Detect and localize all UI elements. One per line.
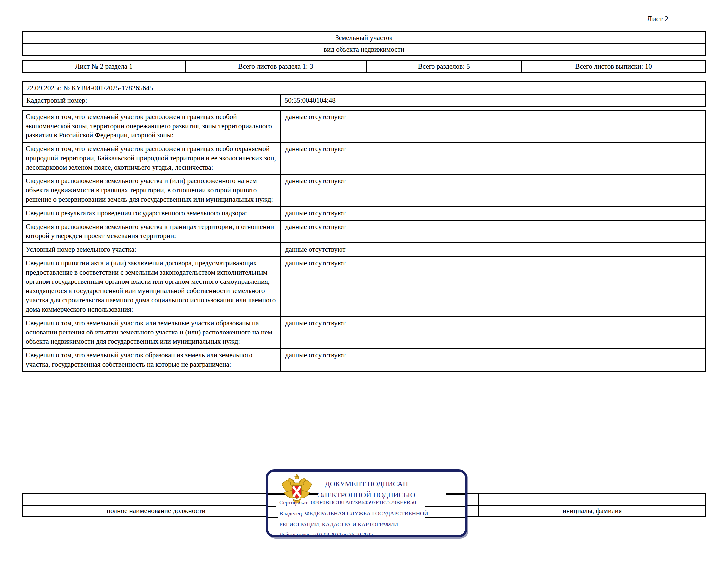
sheet-info-table: Лист № 2 раздела 1 Всего листов раздела …: [22, 60, 706, 73]
detail-value: данные отсутствуют: [281, 174, 705, 207]
detail-value: данные отсутствуют: [281, 142, 705, 174]
table-row: Сведения о расположении земельного участ…: [23, 220, 705, 243]
stamp-owner-line1: Владелец: ФЕДЕРАЛЬНАЯ СЛУЖБА ГОСУДАРСТВЕ…: [279, 510, 428, 517]
detail-value: данные отсутствуют: [281, 110, 705, 142]
detail-label: Сведения о том, что земельный участок об…: [23, 349, 281, 372]
table-row: 22.09.2025г. № КУВИ-001/2025-178265645: [23, 82, 705, 94]
stamp-certificate: Сертификат: 009F0BDC181A023B64597F1E2579…: [279, 499, 416, 506]
detail-label: Сведения о том, что земельный участок ил…: [23, 317, 281, 349]
table-row: Кадастровый номер: 50:35:0040104:48: [23, 94, 705, 107]
object-type-caption: вид объекта недвижимости: [23, 44, 705, 55]
signature-position-field: [23, 494, 290, 505]
stamp-title-line2: ЭЛЕКТРОННОЙ ПОДПИСЬЮ: [268, 491, 465, 499]
cadastral-number-value: 50:35:0040104:48: [281, 94, 705, 107]
table-line-stub: [268, 517, 278, 518]
detail-label: Сведения о том, что земельный участок ра…: [23, 110, 281, 142]
detail-label: Сведения о принятии акта и (или) заключе…: [23, 257, 281, 317]
table-line-stub: [425, 506, 465, 507]
table-row: Сведения о том, что земельный участок об…: [23, 349, 705, 372]
table-row: Сведения о результатах проведения госуда…: [23, 207, 705, 220]
details-table: Сведения о том, что земельный участок ра…: [22, 110, 706, 372]
table-row: Сведения о том, что земельный участок ра…: [23, 142, 705, 174]
table-row: Земельный участок: [23, 32, 705, 44]
egrn-extract-page: Лист 2 Земельный участок вид объекта нед…: [0, 0, 728, 563]
detail-value: данные отсутствуют: [281, 349, 705, 372]
detail-label: Сведения о результатах проведения госуда…: [23, 207, 281, 220]
table-line-stub: [425, 517, 465, 518]
table-row: Лист № 2 раздела 1 Всего листов раздела …: [23, 61, 705, 72]
doc-info-table: 22.09.2025г. № КУВИ-001/2025-178265645 К…: [22, 81, 706, 107]
detail-value: данные отсутствуют: [281, 257, 705, 317]
table-row: Сведения о расположении земельного участ…: [23, 174, 705, 207]
sheet-info-cell: Всего разделов: 5: [366, 61, 522, 72]
sheet-info-cell: Лист № 2 раздела 1: [23, 61, 185, 72]
table-row: Сведения о том, что земельный участок ра…: [23, 110, 705, 142]
object-type-table: Земельный участок вид объекта недвижимос…: [22, 31, 706, 56]
detail-label: Сведения о расположении земельного участ…: [23, 220, 281, 243]
stamp-title-line1: ДОКУМЕНТ ПОДПИСАН: [268, 480, 465, 488]
name-caption: инициалы, фамилия: [479, 505, 705, 516]
table-row: Сведения о том, что земельный участок ил…: [23, 317, 705, 349]
detail-label: Сведения о расположении земельного участ…: [23, 174, 281, 207]
position-caption: полное наименование должности: [23, 505, 290, 516]
sheet-info-cell: Всего листов раздела 1: 3: [185, 61, 366, 72]
sheet-info-cell: Всего листов выписки: 10: [522, 61, 705, 72]
detail-label: Сведения о том, что земельный участок ра…: [23, 142, 281, 174]
signature-name-field: [479, 494, 705, 505]
detail-label: Условный номер земельного участка:: [23, 243, 281, 257]
cadastral-number-label: Кадастровый номер:: [23, 94, 281, 107]
table-row: вид объекта недвижимости: [23, 44, 705, 55]
digital-signature-stamp: ДОКУМЕНТ ПОДПИСАН ЭЛЕКТРОННОЙ ПОДПИСЬЮ С…: [266, 469, 467, 537]
doc-date-number: 22.09.2025г. № КУВИ-001/2025-178265645: [23, 82, 705, 94]
sheet-number: Лист 2: [647, 15, 668, 23]
stamp-owner-line2: РЕГИСТРАЦИИ, КАДАСТРА И КАРТОГРАФИИ: [279, 521, 398, 528]
object-type-value: Земельный участок: [23, 32, 705, 44]
table-row: Условный номер земельного участка: данны…: [23, 243, 705, 257]
detail-value: данные отсутствуют: [281, 207, 705, 220]
detail-value: данные отсутствуют: [281, 317, 705, 349]
stamp-validity: Действителен: с 02.08.2024 по 26.10.2025: [279, 532, 373, 538]
detail-value: данные отсутствуют: [281, 220, 705, 243]
detail-value: данные отсутствуют: [281, 243, 705, 257]
table-row: Сведения о принятии акта и (или) заключе…: [23, 257, 705, 317]
table-line-stub: [268, 506, 276, 507]
